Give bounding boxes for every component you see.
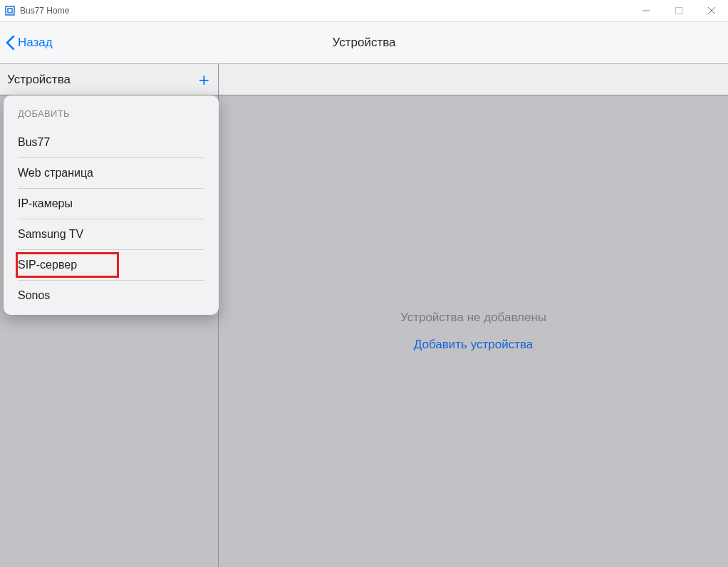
main-pane: Устройства не добавлены Добавить устройс… (219, 64, 728, 567)
body: Устройства + ДОБАВИТЬ Bus77 Web страница… (0, 64, 728, 567)
svg-rect-3 (676, 8, 682, 14)
popup-header: ДОБАВИТЬ (4, 103, 219, 128)
popup-item-label: SIP-сервер (18, 259, 77, 271)
popup-item-label: IP-камеры (18, 197, 73, 209)
popup-item-bus77[interactable]: Bus77 (18, 128, 204, 158)
add-device-button[interactable]: + (199, 71, 211, 89)
back-label: Назад (18, 36, 53, 50)
popup-item-label: Bus77 (18, 136, 50, 148)
popup-item-label: Web страница (18, 167, 93, 179)
add-devices-link[interactable]: Добавить устройства (414, 338, 533, 352)
sidebar: Устройства + ДОБАВИТЬ Bus77 Web страница… (0, 64, 219, 567)
maximize-button[interactable] (662, 0, 695, 21)
sidebar-content: ДОБАВИТЬ Bus77 Web страница IP-камеры Sa… (0, 95, 218, 567)
svg-rect-0 (6, 6, 14, 15)
window-title: Bus77 Home (20, 6, 69, 16)
main-pane-header (219, 64, 728, 95)
window-controls (630, 0, 728, 21)
popup-item-label: Samsung TV (18, 228, 83, 240)
svg-rect-1 (8, 9, 12, 13)
window-titlebar: Bus77 Home (0, 0, 728, 22)
minimize-button[interactable] (630, 0, 662, 21)
nav-header: Назад Устройства (0, 22, 728, 64)
popup-item-web-page[interactable]: Web страница (18, 158, 204, 189)
empty-state-text: Устройства не добавлены (400, 311, 546, 325)
page-title: Устройства (0, 36, 728, 50)
popup-item-sonos[interactable]: Sonos (18, 281, 204, 311)
sidebar-title: Устройства (7, 73, 71, 87)
sidebar-header: Устройства + (0, 64, 218, 95)
back-button[interactable]: Назад (0, 35, 53, 51)
close-button[interactable] (695, 0, 728, 21)
popup-item-samsung-tv[interactable]: Samsung TV (18, 219, 204, 250)
popup-item-label: Sonos (18, 289, 50, 301)
app-icon (4, 5, 16, 16)
main-pane-body: Устройства не добавлены Добавить устройс… (219, 95, 728, 567)
popup-item-sip-server[interactable]: SIP-сервер (18, 250, 204, 281)
popup-item-ip-cameras[interactable]: IP-камеры (18, 189, 204, 219)
titlebar-left: Bus77 Home (0, 5, 69, 16)
add-popup: ДОБАВИТЬ Bus77 Web страница IP-камеры Sa… (4, 95, 219, 315)
